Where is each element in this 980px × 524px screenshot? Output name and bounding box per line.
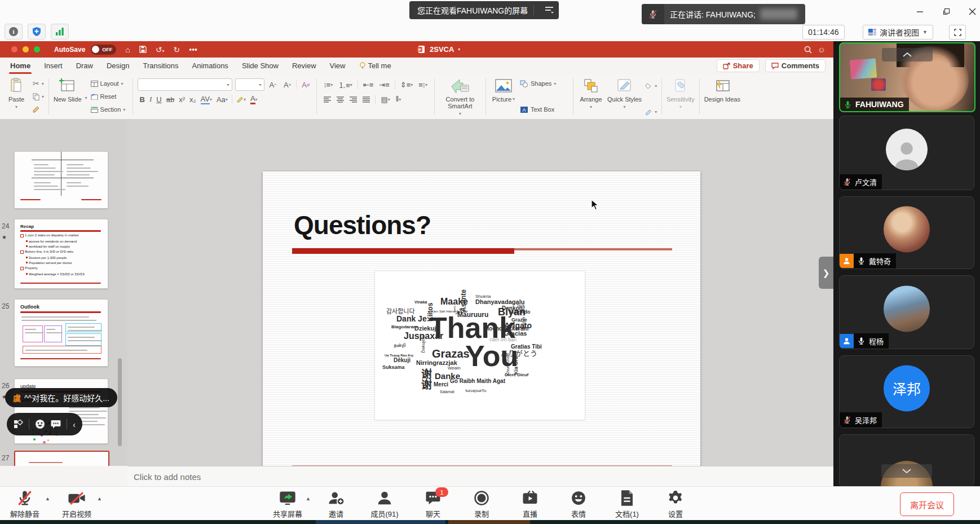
network-signal-icon[interactable] <box>51 24 69 39</box>
security-shield-icon[interactable] <box>28 24 46 39</box>
copy-button[interactable]: ▾ <box>33 91 44 102</box>
window-close-button[interactable] <box>964 5 980 18</box>
tab-tell-me[interactable]: Tell me <box>352 58 398 74</box>
share-button[interactable]: Share <box>717 59 760 72</box>
align-left-button[interactable] <box>321 96 333 103</box>
change-case-button[interactable]: Aa▾ <box>214 95 230 104</box>
increase-font-button[interactable]: A^ <box>267 81 279 89</box>
tab-view[interactable]: View <box>323 58 352 74</box>
align-text-button[interactable]: ⫴▾ <box>394 95 403 104</box>
convert-to-smartart-button[interactable]: Convert to SmartArt ▾ <box>439 77 481 116</box>
italic-button[interactable]: I <box>147 95 154 104</box>
scroll-up-chevron[interactable] <box>882 48 933 61</box>
layout-button[interactable]: Layout▾ <box>91 78 128 89</box>
justify-button[interactable] <box>360 96 372 103</box>
comments-button[interactable]: Comments <box>765 59 826 72</box>
participant-tile-程杨[interactable]: 程杨 <box>839 275 974 349</box>
slide-thumbnail-27[interactable]: ThankYou <box>14 451 109 466</box>
slide-thumbnail-24[interactable]: Recap1 coin 2 sides on disparity in mark… <box>14 219 108 289</box>
participant-tile-戴特奇[interactable]: 戴特奇 <box>839 196 974 269</box>
text-highlight-button[interactable]: ▾ <box>234 96 248 103</box>
more-commands-icon[interactable]: ••• <box>189 45 197 54</box>
meeting-info-icon[interactable]: i <box>5 24 23 39</box>
shapes-button[interactable]: Shapes▾ <box>520 78 568 89</box>
toolbar-chat-button[interactable]: 1聊天 <box>409 490 457 519</box>
line-spacing-button[interactable]: ⇕≡▾ <box>398 81 416 89</box>
strikethrough-button[interactable]: ab <box>164 95 176 104</box>
toolbar-start-video-button[interactable]: 开启视频 <box>56 490 97 519</box>
numbering-button[interactable]: ⒈≡▾ <box>336 80 355 90</box>
bold-button[interactable]: B <box>138 95 147 104</box>
undo-button[interactable]: ↺▾ <box>156 45 165 54</box>
fullscreen-button[interactable] <box>949 25 966 39</box>
redo-button[interactable]: ↻ <box>174 45 180 54</box>
clear-formatting-button[interactable]: A⌀ <box>299 81 312 89</box>
cut-button[interactable]: ✂▾ <box>33 78 44 89</box>
underline-button[interactable]: U <box>154 95 164 104</box>
expand-caret-icon[interactable]: ▲ <box>97 496 102 501</box>
current-slide-canvas[interactable]: Questions? ThankYouGrazasMaake감사합니다Dank … <box>263 171 700 501</box>
search-icon[interactable] <box>804 46 812 54</box>
character-spacing-button[interactable]: AV▾ <box>198 95 214 104</box>
window-maximize-button[interactable] <box>938 5 955 18</box>
home-icon[interactable]: ⌂ <box>125 45 130 54</box>
font-size-select[interactable]: ▾ <box>235 78 264 91</box>
thank-you-wordcloud-image[interactable]: ThankYouGrazasMaake감사합니다Dank JeKiitosAsa… <box>375 271 585 420</box>
toolbar-invite-button[interactable]: 邀请 <box>312 490 360 519</box>
emoji-reaction-icon[interactable] <box>35 419 45 429</box>
toolbar-live-button[interactable]: 直播 <box>506 490 554 519</box>
toolbar-record-button[interactable]: 录制 <box>457 490 506 519</box>
columns-button[interactable]: ▤▾ <box>378 95 392 104</box>
view-mode-button[interactable]: 演讲者视图 ▼ <box>863 25 933 39</box>
tab-draw[interactable]: Draw <box>69 58 100 74</box>
font-name-select[interactable]: ▾ <box>138 78 232 91</box>
text-direction-button[interactable]: ≡⁝▾ <box>416 81 430 89</box>
picture-button[interactable]: Picture▾ <box>491 77 517 103</box>
font-color-button[interactable]: A▾ <box>248 94 260 104</box>
toolbar-members-button[interactable]: 成员(91) <box>360 490 409 519</box>
participant-tile-more[interactable] <box>839 434 974 487</box>
shape-outline-button[interactable]: ▾ <box>645 107 657 117</box>
window-minimize-button[interactable] <box>911 5 928 18</box>
tab-review[interactable]: Review <box>285 58 323 74</box>
increase-indent-button[interactable]: ⇥≡ <box>377 81 391 89</box>
paste-button[interactable]: Paste ▾ <box>3 77 29 109</box>
leave-meeting-button[interactable]: 离开会议 <box>900 492 954 516</box>
section-button[interactable]: Section▾ <box>91 104 128 115</box>
chat-message-toast[interactable]: 虞 ^^对我在。好感动好久... <box>5 388 117 407</box>
slide-thumbnail-25[interactable]: Outlook <box>14 299 108 367</box>
new-slide-button[interactable]: New Slide <box>54 77 82 103</box>
thumbnail-scrollbar[interactable] <box>118 358 122 446</box>
smiley-feedback-icon[interactable]: ☺ <box>818 45 826 54</box>
participant-tile-吴泽邦[interactable]: 泽邦吴泽邦 <box>839 355 974 428</box>
decrease-indent-button[interactable]: ⇤≡ <box>361 81 376 89</box>
sidebar-collapse-handle[interactable]: ❯ <box>819 257 833 289</box>
toolbar-screen-share-button[interactable]: 共享屏幕▲ <box>263 490 312 519</box>
shape-fill-button[interactable]: ▾ <box>645 81 657 91</box>
expand-caret-icon[interactable]: ▲ <box>306 496 311 501</box>
tab-animations[interactable]: Animations <box>186 58 235 74</box>
arrange-button[interactable]: Arrange ▾ <box>578 77 604 109</box>
tab-home[interactable]: Home <box>3 58 37 74</box>
layout-grid-icon[interactable] <box>14 420 23 429</box>
mac-minimize-button[interactable] <box>23 46 29 52</box>
format-painter-button[interactable] <box>33 104 44 115</box>
scroll-down-chevron[interactable] <box>881 464 932 478</box>
reset-button[interactable]: Reset <box>91 91 128 102</box>
participant-tile-卢文清[interactable]: 卢文清 <box>839 116 974 190</box>
participant-tile-FAHUIWANG[interactable]: FAHUIWANG <box>839 42 975 112</box>
superscript-button[interactable]: x² <box>176 95 187 104</box>
mac-close-button[interactable] <box>11 46 17 52</box>
align-right-button[interactable] <box>347 96 359 103</box>
decrease-font-button[interactable]: A˅ <box>281 81 293 89</box>
expand-caret-icon[interactable]: ▲ <box>45 496 50 501</box>
autosave-toggle[interactable]: OFF <box>91 45 116 55</box>
subscript-button[interactable]: x₂ <box>187 95 198 104</box>
collapse-toolbar-icon[interactable]: ‹ <box>73 420 76 429</box>
chat-bubble-icon[interactable] <box>51 420 61 429</box>
quick-styles-button[interactable]: Quick Styles ▾ <box>607 77 642 109</box>
design-ideas-button[interactable]: Design Ideas <box>704 77 740 103</box>
align-center-button[interactable] <box>334 96 346 103</box>
toolbar-emoji-button[interactable]: 表情 <box>554 490 603 519</box>
mac-zoom-button[interactable] <box>34 46 40 52</box>
